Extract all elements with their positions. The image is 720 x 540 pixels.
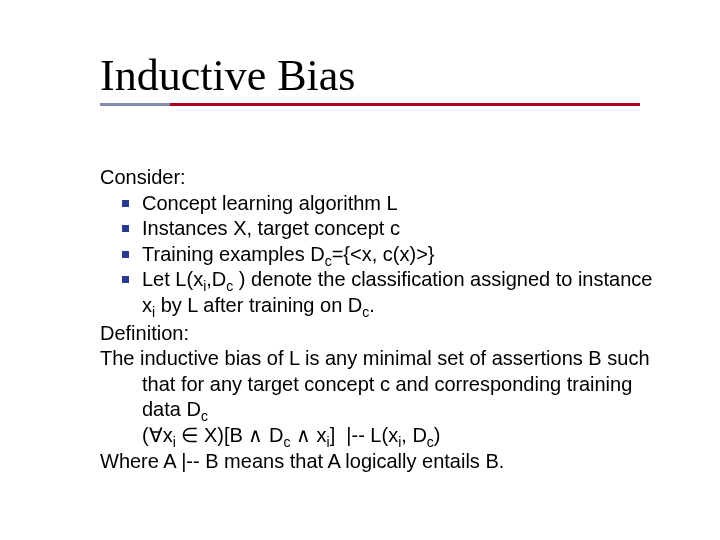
list-item: Let L(xi,Dc ) denote the classification … <box>100 267 660 318</box>
where-line: Where A |-- B means that A logically ent… <box>100 449 660 475</box>
bullet-text: Instances X, target concept c <box>142 217 400 239</box>
definition-body: The inductive bias of L is any minimal s… <box>100 346 660 423</box>
bullet-text: Let L(xi,Dc ) denote the classification … <box>142 268 652 316</box>
list-item: Instances X, target concept c <box>100 216 660 242</box>
definition-formula: (∀xi ∈ X)[B ∧ Dc ∧ xi] |-- L(xi, Dc) <box>100 423 660 449</box>
list-item: Concept learning algorithm L <box>100 191 660 217</box>
slide-body: Consider: Concept learning algorithm L I… <box>100 165 660 474</box>
page-title: Inductive Bias <box>100 50 660 105</box>
bullet-text: Training examples Dc={<x, c(x)>} <box>142 243 435 265</box>
consider-list: Concept learning algorithm L Instances X… <box>100 191 660 319</box>
title-underline <box>100 103 640 106</box>
definition-label: Definition: <box>100 321 660 347</box>
list-item: Training examples Dc={<x, c(x)>} <box>100 242 660 268</box>
bullet-text: Concept learning algorithm L <box>142 192 398 214</box>
consider-label: Consider: <box>100 165 660 191</box>
